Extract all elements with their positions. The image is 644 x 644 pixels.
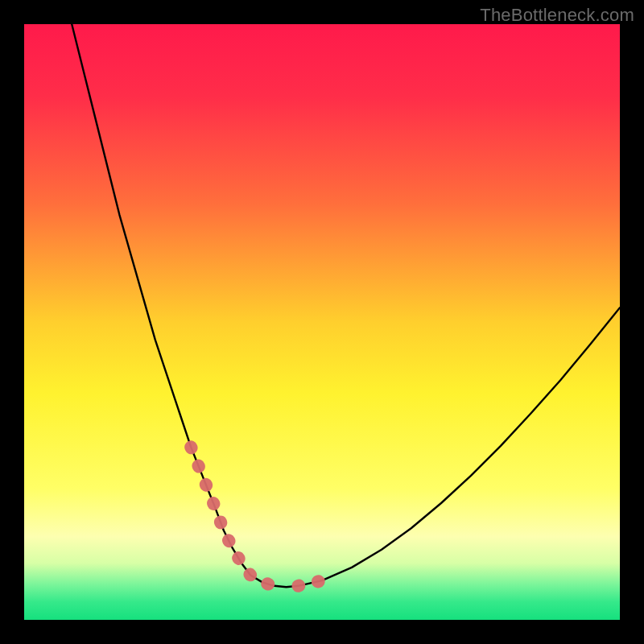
watermark-label: TheBottleneck.com: [480, 5, 634, 26]
chart-svg: [24, 24, 620, 620]
chart-frame: TheBottleneck.com: [0, 0, 644, 644]
plot-area: [24, 24, 620, 620]
gradient-background: [24, 24, 620, 620]
